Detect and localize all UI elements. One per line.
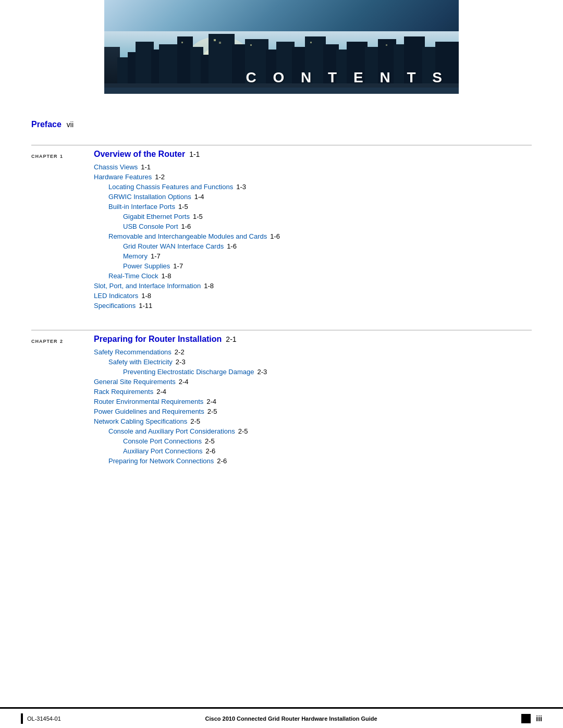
toc-entry-2-7: Power Guidelines and Requirements2-5 xyxy=(94,408,532,415)
svg-rect-29 xyxy=(104,88,459,94)
toc-entry-1-14: LED Indicators1-8 xyxy=(94,292,532,300)
svg-rect-31 xyxy=(219,42,221,44)
toc-entry-2-5: Rack Requirements2-4 xyxy=(94,388,532,396)
toc-entry-1-11: Power Supplies1-7 xyxy=(94,262,532,270)
footer-block-decoration xyxy=(521,714,531,723)
toc-text-1-11[interactable]: Power Supplies xyxy=(123,262,170,270)
page-footer: OL-31454-01 Cisco 2010 Connected Grid Ro… xyxy=(0,707,563,728)
toc-text-1-2[interactable]: Hardware Features xyxy=(94,173,152,181)
chapter-label-text-1: CHAPTER xyxy=(31,154,58,159)
toc-entry-2-4: General Site Requirements2-4 xyxy=(94,378,532,386)
toc-page-1-12: 1-8 xyxy=(162,272,172,280)
toc-entry-1-15: Specifications1-11 xyxy=(94,302,532,310)
toc-page-2-6: 2-4 xyxy=(206,398,216,405)
contents-label: C O N T E N T S xyxy=(246,69,448,86)
toc-page-1-13: 1-8 xyxy=(204,282,214,290)
footer-left: OL-31454-01 xyxy=(21,713,61,724)
toc-page-2-7: 2-5 xyxy=(207,408,217,415)
svg-rect-33 xyxy=(250,44,252,46)
footer-ol-number: OL-31454-01 xyxy=(27,715,61,722)
toc-text-2-7[interactable]: Power Guidelines and Requirements xyxy=(94,408,204,415)
toc-text-2-1[interactable]: Safety Recommendations xyxy=(94,348,172,356)
toc-page-1-2: 1-2 xyxy=(155,173,165,181)
footer-guide-title: Cisco 2010 Connected Grid Router Hardwar… xyxy=(205,715,377,722)
chapter-title-page-2: 2-1 xyxy=(226,335,236,343)
svg-rect-30 xyxy=(214,39,216,41)
toc-text-1-5[interactable]: Built-in Interface Ports xyxy=(108,203,175,211)
toc-entry-1-6: Gigabit Ethernet Ports1-5 xyxy=(94,213,532,220)
toc-entry-1-1: Chassis Views1-1 xyxy=(94,163,532,171)
toc-text-2-3[interactable]: Preventing Electrostatic Discharge Damag… xyxy=(123,368,254,376)
toc-entry-1-7: USB Console Port1-6 xyxy=(94,223,532,230)
toc-text-1-14[interactable]: LED Indicators xyxy=(94,292,138,300)
preface-title[interactable]: Preface xyxy=(31,120,62,129)
toc-page-2-1: 2-2 xyxy=(175,348,185,356)
chapter-title-1[interactable]: Overview of the Router xyxy=(94,150,185,159)
toc-page-2-12: 2-6 xyxy=(217,457,227,465)
toc-text-1-1[interactable]: Chassis Views xyxy=(94,163,138,171)
toc-page-2-5: 2-4 xyxy=(156,388,166,396)
toc-entry-1-8: Removable and Interchangeable Modules an… xyxy=(94,232,532,240)
chapter-label-col-1: CHAPTER 1 xyxy=(31,150,94,312)
toc-page-1-10: 1-7 xyxy=(151,252,161,260)
toc-text-1-10[interactable]: Memory xyxy=(123,252,148,260)
toc-entry-2-9: Console and Auxiliary Port Consideration… xyxy=(94,427,532,435)
toc-text-2-10[interactable]: Console Port Connections xyxy=(123,437,202,445)
chapter-content-2: Preparing for Router Installation2-1Safe… xyxy=(94,335,532,467)
toc-text-2-6[interactable]: Router Environmental Requirements xyxy=(94,398,203,405)
toc-text-2-2[interactable]: Safety with Electricity xyxy=(108,358,173,366)
toc-entry-2-6: Router Environmental Requirements2-4 xyxy=(94,398,532,405)
toc-text-1-15[interactable]: Specifications xyxy=(94,302,136,310)
chapter-title-line-2: Preparing for Router Installation2-1 xyxy=(94,335,532,344)
toc-text-2-5[interactable]: Rack Requirements xyxy=(94,388,153,396)
toc-page-2-10: 2-5 xyxy=(205,437,215,445)
toc-entry-1-9: Grid Router WAN Interface Cards1-6 xyxy=(94,242,532,250)
toc-text-1-7[interactable]: USB Console Port xyxy=(123,223,178,230)
toc-page-2-3: 2-3 xyxy=(257,368,267,376)
toc-text-1-4[interactable]: GRWIC Installation Options xyxy=(108,193,191,201)
chapter-title-2[interactable]: Preparing for Router Installation xyxy=(94,335,222,344)
chapter-num-1: 1 xyxy=(60,154,63,159)
toc-page-1-6: 1-5 xyxy=(193,213,203,220)
toc-text-1-13[interactable]: Slot, Port, and Interface Information xyxy=(94,282,201,290)
toc-text-2-8[interactable]: Network Cabling Specifications xyxy=(94,417,187,425)
chapter-block-1: CHAPTER 1Overview of the Router1-1Chassi… xyxy=(31,145,532,312)
toc-text-2-9[interactable]: Console and Auxiliary Port Consideration… xyxy=(108,427,235,435)
preface-section: Preface vii xyxy=(31,120,532,129)
toc-entry-2-3: Preventing Electrostatic Discharge Damag… xyxy=(94,368,532,376)
toc-entry-1-4: GRWIC Installation Options1-4 xyxy=(94,193,532,201)
toc-entry-1-5: Built-in Interface Ports1-5 xyxy=(94,203,532,211)
footer-right: iii xyxy=(521,714,542,723)
toc-text-2-4[interactable]: General Site Requirements xyxy=(94,378,176,386)
toc-text-1-12[interactable]: Real-Time Clock xyxy=(108,272,158,280)
toc-page-1-7: 1-6 xyxy=(181,223,191,230)
toc-text-1-8[interactable]: Removable and Interchangeable Modules an… xyxy=(108,232,267,240)
toc-page-1-4: 1-4 xyxy=(194,193,204,201)
svg-rect-32 xyxy=(181,42,183,43)
toc-entry-2-12: Preparing for Network Connections2-6 xyxy=(94,457,532,465)
toc-page-2-9: 2-5 xyxy=(238,427,248,435)
toc-entry-2-8: Network Cabling Specifications2-5 xyxy=(94,417,532,425)
toc-text-1-3[interactable]: Locating Chassis Features and Functions xyxy=(108,183,233,191)
toc-entry-2-1: Safety Recommendations2-2 xyxy=(94,348,532,356)
toc-page-1-15: 1-11 xyxy=(139,302,152,310)
chapter-block-2: CHAPTER 2Preparing for Router Installati… xyxy=(31,330,532,467)
toc-text-1-9[interactable]: Grid Router WAN Interface Cards xyxy=(123,242,224,250)
preface-page: vii xyxy=(67,120,74,129)
chapter-title-page-1: 1-1 xyxy=(189,150,200,158)
chapter-label-col-2: CHAPTER 2 xyxy=(31,335,94,467)
toc-text-2-11[interactable]: Auxiliary Port Connections xyxy=(123,447,202,455)
toc-entry-1-12: Real-Time Clock1-8 xyxy=(94,272,532,280)
toc-page-2-4: 2-4 xyxy=(179,378,189,386)
toc-page-1-3: 1-3 xyxy=(236,183,246,191)
svg-rect-35 xyxy=(386,44,387,46)
toc-page-1-9: 1-6 xyxy=(227,242,237,250)
toc-page-2-11: 2-6 xyxy=(205,447,215,455)
toc-text-1-6[interactable]: Gigabit Ethernet Ports xyxy=(123,213,190,220)
toc-page-1-8: 1-6 xyxy=(270,232,280,240)
toc-entry-1-10: Memory1-7 xyxy=(94,252,532,260)
svg-rect-34 xyxy=(310,42,312,43)
toc-text-2-12[interactable]: Preparing for Network Connections xyxy=(108,457,214,465)
toc-entry-1-2: Hardware Features1-2 xyxy=(94,173,532,181)
toc-entry-2-10: Console Port Connections2-5 xyxy=(94,437,532,445)
